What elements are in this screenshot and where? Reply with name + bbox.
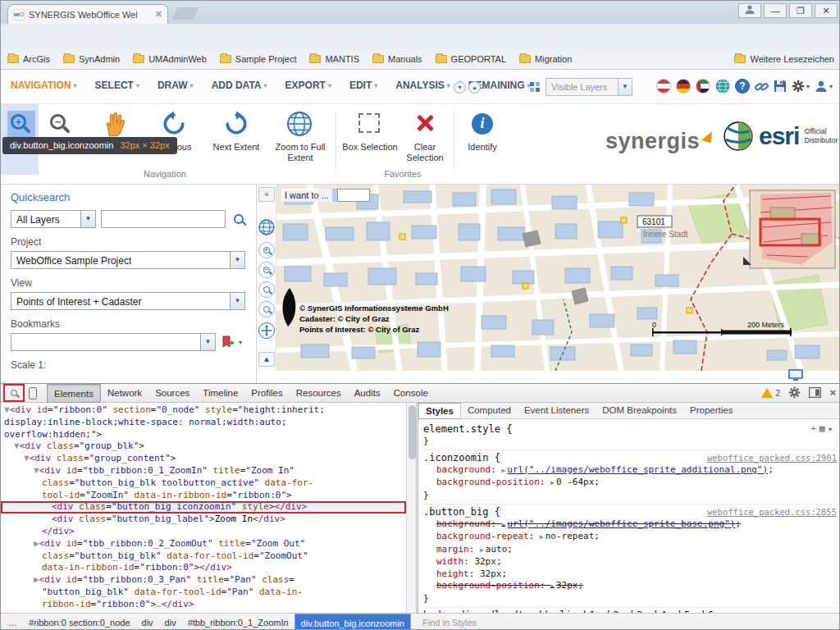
menu-item-select[interactable]: SELECT▾ (95, 80, 139, 91)
tab-close-icon[interactable]: ✕ (155, 9, 162, 20)
new-style-rule-icon[interactable]: + (810, 423, 819, 434)
breadcrumb-item[interactable]: … (2, 614, 23, 630)
styles-tab-event-listeners[interactable]: Event Listeners (518, 403, 596, 419)
menu-item-edit[interactable]: EDIT▾ (349, 80, 377, 91)
globe-icon[interactable] (715, 79, 730, 94)
style-rule-selector[interactable]: element.style { (423, 423, 512, 436)
map-zoom-out-button[interactable]: − (258, 262, 275, 278)
dom-tree-line[interactable]: ▼<div id="ribbon:0" section="0_node" sty… (1, 404, 406, 417)
i-want-to-input[interactable] (337, 189, 370, 202)
style-property[interactable]: background-position: ▶0 -64px; (423, 477, 837, 490)
dom-tree-line[interactable]: class="button_big_blk toolbutton_active"… (1, 477, 406, 490)
dock-side-icon[interactable] (809, 387, 821, 398)
style-property[interactable]: background: ▶url("../images/weboffice_sp… (423, 464, 837, 477)
dom-tree-line[interactable]: <div class="button_big_label">Zoom In</d… (1, 514, 406, 526)
i-want-to-control[interactable]: I want to ... (281, 189, 370, 202)
styles-tab-properties[interactable]: Properties (683, 403, 739, 419)
devtools-tab-audits[interactable]: Audits (348, 384, 387, 403)
other-bookmarks[interactable]: Weitere Lesezeichen (734, 54, 834, 64)
map-zoom-previous-button[interactable] (258, 301, 275, 317)
previous-extent-button[interactable] (162, 112, 186, 139)
devtools-close-icon[interactable]: × (829, 386, 836, 399)
breadcrumb-item[interactable]: #ribbon:0 section:0_node (23, 614, 136, 630)
dom-tree-line[interactable]: ▼<div class="group_content"> (1, 453, 406, 465)
zoom-in-button[interactable]: + (11, 114, 26, 132)
chevron-down-icon[interactable]: ▾ (454, 81, 466, 94)
view-dropdown[interactable]: Points of Interest + Cadaster ▼ (11, 292, 245, 310)
devtools-tab-network[interactable]: Network (101, 384, 148, 403)
breadcrumb-item[interactable]: div.button_big.iconzoomin (294, 614, 411, 630)
styles-tab-computed[interactable]: Computed (461, 403, 518, 419)
overview-globe-button[interactable] (258, 219, 275, 235)
inspect-element-button[interactable] (5, 386, 23, 400)
save-icon[interactable] (774, 80, 787, 93)
menu-item-add-data[interactable]: ADD DATA▾ (212, 80, 267, 91)
bookmarks-dropdown[interactable]: ▼ (11, 333, 216, 351)
dom-tree-line[interactable]: </div> (1, 526, 406, 538)
menu-item-navigation[interactable]: NAVIGATION▾ (11, 80, 77, 91)
user-menu[interactable]: ▾ (815, 80, 833, 93)
close-button[interactable]: ✕ (815, 3, 838, 18)
bookmark-item-sample-project[interactable]: Sample Project (220, 54, 297, 64)
style-property[interactable]: height: 32px; (423, 568, 837, 581)
map-zoom-in-button[interactable]: + (258, 242, 275, 258)
stylesheet-link[interactable]: weboffice_packed.css:2855 (707, 506, 837, 518)
collapse-sidebar-icon[interactable]: « (258, 187, 275, 202)
next-extent-button[interactable] (224, 112, 249, 139)
devtools-tab-console[interactable]: Console (387, 384, 435, 403)
browser-tab[interactable]: wO SYNERGIS WebOffice Wel ✕ (7, 4, 168, 24)
search-button[interactable] (234, 214, 244, 224)
devtools-tab-timeline[interactable]: Timeline (196, 384, 244, 403)
project-dropdown[interactable]: WebOffice Sample Project ▼ (11, 251, 245, 269)
breadcrumb-item[interactable]: div (159, 614, 182, 630)
dom-tree-line[interactable]: ▼<div class="group_blk"> (1, 441, 406, 453)
styles-tab-dom-breakpoints[interactable]: DOM Breakpoints (596, 403, 683, 419)
dom-tree-line[interactable]: data-in-ribbon-id="ribbon:0"></div> (1, 562, 406, 574)
identify-button[interactable]: i (472, 113, 493, 135)
dom-tree-line[interactable]: "button_big_blk" data-for-tool-id="Pan" … (1, 587, 406, 599)
dom-tree-line[interactable]: ribbon-id="ribbon:0">…</div> (1, 599, 406, 611)
style-rule-selector[interactable]: .iconzoomin { (423, 452, 500, 464)
menu-item-analysis[interactable]: ANALYSIS▾ (395, 80, 450, 91)
find-in-styles-input[interactable]: Find in Styles (422, 618, 477, 628)
toggle-element-state-icon[interactable]: ▦ (819, 423, 829, 434)
bookmark-item-migration[interactable]: Migration (519, 54, 572, 64)
search-input[interactable] (101, 210, 226, 228)
flag-germany-icon[interactable] (676, 79, 691, 94)
devtools-tab-profiles[interactable]: Profiles (244, 384, 289, 403)
dom-tree-line[interactable]: tool-id="ZoomIn" data-in-ribbon-id="ribb… (1, 490, 406, 502)
dom-tree-line[interactable]: class="button_big_blk" data-for-tool-id=… (1, 550, 406, 563)
help-icon[interactable]: ? (735, 79, 750, 94)
menu-item-draw[interactable]: DRAW▾ (158, 80, 194, 91)
style-property[interactable]: background-repeat: ▶no-repeat; (423, 531, 837, 544)
devtools-tab-sources[interactable]: Sources (148, 384, 196, 403)
breadcrumb-item[interactable]: div (136, 614, 159, 630)
overview-map[interactable] (743, 190, 835, 268)
new-tab-button[interactable] (172, 7, 199, 20)
bookmark-item-geoportal[interactable]: GEOPORTAL (436, 54, 506, 64)
stylesheet-link[interactable]: weboffice_packed.css:2901 (707, 452, 837, 464)
style-rule-selector[interactable]: .button_big { (423, 506, 500, 518)
visible-layers-dropdown[interactable]: Visible Layers ▼ (546, 78, 632, 96)
styles-tab-styles[interactable]: Styles (418, 403, 461, 419)
menu-item-export[interactable]: EXPORT▾ (285, 80, 331, 91)
bookmark-item-synadmin[interactable]: SynAdmin (63, 54, 120, 64)
scrollbar-thumb[interactable] (409, 405, 416, 459)
bookmark-item-umadminweb[interactable]: UMAdminWeb (133, 54, 207, 64)
dom-tree-line[interactable]: ▶<div id="tbb_ribbon:0_3_Pan" title="Pan… (1, 574, 406, 587)
map-pan-button[interactable] (258, 322, 275, 339)
style-property[interactable]: background: ▶url("../images/weboffice_sp… (423, 518, 837, 532)
breadcrumb-item[interactable]: #tbb_ribbon:0_1_ZoomIn (182, 614, 294, 630)
devtools-settings-icon[interactable] (788, 386, 801, 399)
clear-selection-button[interactable] (414, 112, 436, 134)
dom-tree-line[interactable]: overflow:hidden;"> (1, 429, 406, 441)
link-icon[interactable] (755, 80, 769, 94)
zoom-out-button[interactable]: − (50, 114, 66, 132)
bookmark-item-arcgis[interactable]: ArcGis (7, 54, 50, 64)
bookmark-item-mantis[interactable]: MANTIS (309, 54, 359, 64)
dom-tree-line[interactable]: display:inline-block;white-space: normal… (1, 417, 406, 429)
chevron-up-icon[interactable]: ▴ (468, 81, 481, 94)
console-warnings-button[interactable]: 2 (761, 388, 780, 398)
devtools-tab-elements[interactable]: Elements (47, 384, 101, 403)
scroll-up-icon[interactable]: ▲ (258, 352, 275, 367)
